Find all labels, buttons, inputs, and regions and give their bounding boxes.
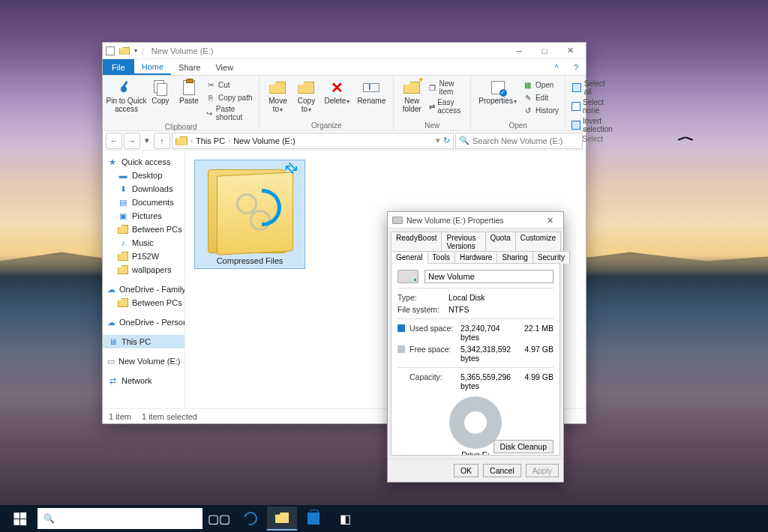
tab-view[interactable]: View <box>208 59 241 75</box>
properties-dialog: New Volume (E:) Properties ✕ ReadyBoost … <box>387 211 564 483</box>
nav-between-pcs-2[interactable]: Between PCs <box>103 296 184 309</box>
copy-to-button[interactable]: Copy to <box>292 77 320 115</box>
tab-previous-versions[interactable]: Previous Versions <box>441 232 485 252</box>
file-item-compressed-files[interactable]: ⇄ Compressed Files <box>194 160 305 269</box>
move-to-button[interactable]: Move to <box>264 77 291 115</box>
cut-button[interactable]: ✂Cut <box>204 79 255 91</box>
nav-music[interactable]: ♪Music <box>103 236 184 250</box>
newitem-icon: ❐ <box>428 82 436 93</box>
open-button[interactable]: ▦Open <box>521 79 560 91</box>
dialog-close-button[interactable]: ✕ <box>541 216 559 225</box>
address-bar[interactable]: › This PC › New Volume (E:) ▾ ↻ <box>172 133 454 149</box>
tab-security[interactable]: Security <box>532 251 570 264</box>
nav-pictures[interactable]: ▣Pictures <box>103 209 184 223</box>
nav-onedrive-family[interactable]: ☁OneDrive - Family <box>103 282 184 296</box>
delete-button[interactable]: ✕Delete <box>321 77 352 107</box>
qat-properties-icon[interactable] <box>106 46 115 55</box>
search-icon: 🔍 <box>459 136 470 145</box>
apply-button[interactable]: Apply <box>526 464 559 477</box>
help-icon[interactable]: ? <box>566 59 586 75</box>
task-view-button[interactable]: ▢▢ <box>204 507 234 531</box>
nav-forward-button[interactable]: → <box>124 133 140 149</box>
close-button[interactable]: ✕ <box>557 43 583 58</box>
dialog-drive-icon <box>392 217 403 224</box>
start-button[interactable] <box>4 507 34 531</box>
edge-icon <box>242 510 260 528</box>
tab-home[interactable]: Home <box>134 59 171 75</box>
drive-name-input[interactable] <box>424 270 554 283</box>
copy-button[interactable]: Copy <box>147 77 174 107</box>
new-folder-button[interactable]: ✦New folder <box>398 77 425 115</box>
taskbar-store[interactable] <box>298 507 328 531</box>
tab-file[interactable]: File <box>103 59 134 75</box>
nav-up-button[interactable]: ↑ <box>154 133 170 149</box>
cancel-button[interactable]: Cancel <box>483 464 521 477</box>
ribbon-collapse-icon[interactable]: ^ <box>547 59 566 75</box>
breadcrumb-current[interactable]: New Volume (E:) <box>233 136 296 145</box>
dialog-titlebar[interactable]: New Volume (E:) Properties ✕ <box>388 212 563 229</box>
tab-readyboost[interactable]: ReadyBoost <box>391 232 442 252</box>
taskbar-search[interactable]: 🔍 <box>38 508 202 529</box>
disk-cleanup-button[interactable]: Disk Cleanup <box>494 440 554 453</box>
qat-folder-icon[interactable] <box>119 47 130 55</box>
taskbar-app[interactable]: ◧ <box>330 507 360 531</box>
paste-icon <box>183 80 195 95</box>
tab-hardware[interactable]: Hardware <box>454 251 497 264</box>
nav-back-button[interactable]: ← <box>106 133 122 149</box>
search-box[interactable]: 🔍 <box>455 133 583 149</box>
titlebar[interactable]: ▾ | New Volume (E:) ─ □ ✕ <box>103 43 586 59</box>
ribbon: Pin to Quick access Copy Paste ✂Cut ⎘Cop… <box>103 76 586 131</box>
ok-button[interactable]: OK <box>454 464 478 477</box>
pin-quick-access-button[interactable]: Pin to Quick access <box>107 77 146 115</box>
folder-icon <box>118 225 128 234</box>
select-all-button[interactable]: Select all <box>570 79 615 97</box>
address-drive-icon <box>176 136 188 145</box>
dialog-body: Type:Local Disk File system:NTFS Used sp… <box>391 263 560 456</box>
nav-recent-button[interactable]: ▾ <box>142 133 152 149</box>
drive-large-icon <box>398 270 418 283</box>
open-icon: ▦ <box>523 79 533 90</box>
address-dropdown-icon[interactable]: ▾ <box>436 136 440 145</box>
nav-quick-access[interactable]: ★Quick access <box>103 155 184 169</box>
nav-onedrive-personal[interactable]: ☁OneDrive - Personal <box>103 315 184 329</box>
nav-network[interactable]: ⇄Network <box>103 374 184 387</box>
nav-this-pc[interactable]: 🖥This PC <box>103 335 184 348</box>
qat-dropdown-icon[interactable]: ▾ <box>134 47 137 54</box>
minimize-button[interactable]: ─ <box>506 43 532 58</box>
tab-general[interactable]: General <box>391 251 428 264</box>
taskbar-edge[interactable] <box>236 507 266 531</box>
edit-button[interactable]: ✎Edit <box>521 91 560 103</box>
easy-access-button[interactable]: ⇄Easy access <box>427 97 466 115</box>
nav-documents[interactable]: ▤Documents <box>103 196 184 209</box>
tab-customize[interactable]: Customize <box>515 232 561 252</box>
address-refresh-icon[interactable]: ↻ <box>443 136 450 145</box>
paste-shortcut-button[interactable]: ↪Paste shortcut <box>204 104 255 122</box>
fs-value: NTFS <box>448 305 469 314</box>
properties-button[interactable]: Properties <box>476 77 520 107</box>
nav-p152w[interactable]: P152W <box>103 250 184 263</box>
nav-wallpapers[interactable]: wallpapers <box>103 263 184 276</box>
search-input[interactable] <box>472 136 579 145</box>
nav-downloads[interactable]: ⬇Downloads <box>103 182 184 196</box>
tab-tools[interactable]: Tools <box>428 251 455 264</box>
paste-button[interactable]: Paste <box>176 77 202 107</box>
maximize-button[interactable]: □ <box>532 43 557 58</box>
tab-quota[interactable]: Quota <box>485 232 516 252</box>
navigation-pane: ★Quick access ▬Desktop ⬇Downloads ▤Docum… <box>103 151 185 408</box>
breadcrumb-thispc[interactable]: This PC <box>196 136 225 145</box>
new-item-button[interactable]: ❐New item <box>427 79 466 97</box>
history-button[interactable]: ↺History <box>521 104 560 116</box>
select-none-button[interactable]: Select none <box>570 97 615 115</box>
rename-button[interactable]: Rename <box>354 77 388 107</box>
nav-between-pcs[interactable]: Between PCs <box>103 223 184 236</box>
cloud-icon: ☁ <box>107 284 116 294</box>
desktop-icon: ▬ <box>118 170 128 181</box>
copy-path-button[interactable]: ⎘Copy path <box>204 91 255 103</box>
group-clipboard-label: Clipboard <box>107 123 254 131</box>
nav-desktop[interactable]: ▬Desktop <box>103 169 184 182</box>
taskbar-explorer[interactable] <box>267 507 297 531</box>
tab-sharing[interactable]: Sharing <box>496 251 532 264</box>
nav-new-volume[interactable]: ▭New Volume (E:) <box>103 354 184 368</box>
tab-share[interactable]: Share <box>171 59 208 75</box>
used-label: Used space: <box>410 324 456 342</box>
